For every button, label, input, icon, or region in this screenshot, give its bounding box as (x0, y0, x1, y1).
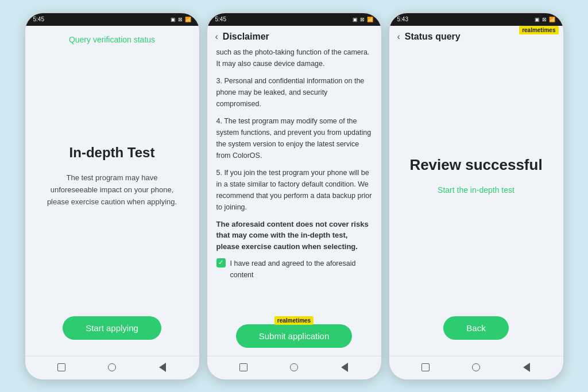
disclaimer-title: Disclaimer (223, 32, 269, 42)
check-icon: ✓ (218, 258, 223, 268)
back-arrow-2[interactable]: ‹ (215, 32, 218, 42)
nav-bar-1 (25, 356, 199, 379)
status-icons-3: ▣ ⊠ 📶 (535, 17, 555, 22)
nav-circle-3[interactable] (470, 361, 482, 374)
screen3-body: Review successful Start the in-depth tes… (389, 46, 563, 305)
nav-back-3[interactable] (520, 361, 533, 374)
time-2: 5:45 (215, 16, 226, 22)
status-bar-3: 5:43 ▣ ⊠ 📶 (389, 13, 563, 26)
disclaimer-para-3: 4. The test program may modify some of t… (216, 115, 372, 161)
screen2-content: ‹ Disclaimer such as the photo-taking fu… (207, 26, 381, 356)
checkbox-row: ✓ I have read and agreed to the aforesai… (216, 258, 372, 281)
phone-screen-2: 5:45 ▣ ⊠ 📶 ‹ Disclaimer such as the phot… (207, 13, 382, 380)
status-query-title: Status query (405, 32, 461, 42)
disclaimer-para-2: 3. Personal and confidential information… (216, 75, 372, 110)
screen1-footer: Start applying (25, 305, 199, 351)
nav-circle-2[interactable] (288, 361, 300, 374)
time-3: 5:43 (397, 16, 408, 22)
status-bar-2: 5:45 ▣ ⊠ 📶 (207, 13, 381, 26)
checkbox-label: I have read and agreed to the aforesaid … (230, 258, 372, 281)
disclaimer-para-1: such as the photo-taking function of the… (216, 46, 372, 69)
screen1-content: Query verification status In-depth Test … (25, 26, 199, 356)
watermark-3: realmetimes (519, 26, 558, 34)
nav-back-1[interactable] (156, 361, 169, 374)
screen3-content: ‹ Status query Review successful Start t… (389, 26, 563, 356)
disclaimer-scroll[interactable]: such as the photo-taking function of the… (207, 46, 381, 319)
phone-screen-3: 5:43 ▣ ⊠ 📶 ‹ Status query Review success… (389, 13, 564, 380)
nav-square-3[interactable] (419, 361, 432, 374)
agreement-checkbox[interactable]: ✓ (216, 258, 226, 267)
phone-screen-1: 5:45 ▣ ⊠ 📶 Query verification status In-… (25, 13, 200, 380)
query-status-header: Query verification status (25, 26, 199, 49)
warning-text: The aforesaid content does not cover ris… (216, 219, 372, 253)
screen2-topbar: ‹ Disclaimer (207, 26, 381, 46)
status-icons-2: ▣ ⊠ 📶 (353, 17, 373, 22)
review-successful-title: Review successful (409, 156, 542, 174)
disclaimer-para-4: 5. If you join the test program your pho… (216, 167, 372, 213)
submit-application-button[interactable]: Submit application (236, 324, 353, 348)
nav-back-2[interactable] (338, 361, 351, 374)
screen1-body: In-depth Test The test program may have … (25, 49, 199, 305)
start-indepth-test-link[interactable]: Start the in-depth test (438, 185, 514, 195)
back-arrow-3[interactable]: ‹ (397, 32, 400, 42)
nav-square-1[interactable] (55, 361, 68, 374)
indepth-test-description: The test program may have unforeseeable … (42, 172, 182, 208)
nav-bar-2 (207, 356, 381, 379)
nav-square-2[interactable] (237, 361, 250, 374)
screen3-footer: Back (389, 305, 563, 351)
start-applying-button[interactable]: Start applying (63, 316, 161, 340)
indepth-test-title: In-depth Test (69, 145, 155, 161)
status-icons-1: ▣ ⊠ 📶 (171, 17, 191, 22)
time-1: 5:45 (33, 16, 44, 22)
status-bar-1: 5:45 ▣ ⊠ 📶 (25, 13, 199, 26)
back-button[interactable]: Back (443, 316, 508, 340)
nav-bar-3 (389, 356, 563, 379)
watermark-2: realmetimes (274, 316, 314, 325)
nav-circle-1[interactable] (106, 361, 118, 374)
